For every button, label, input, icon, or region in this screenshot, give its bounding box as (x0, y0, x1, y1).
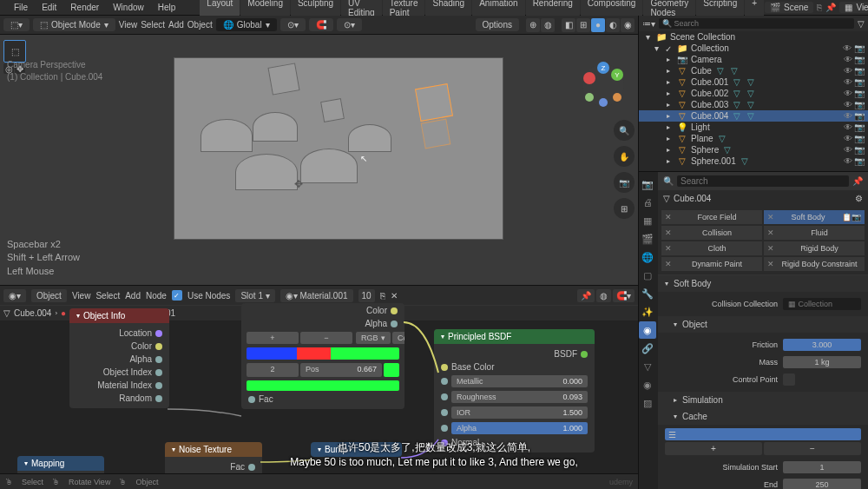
physics-fluid[interactable]: ✕Fluid (764, 226, 865, 240)
material-users[interactable]: 10 (358, 289, 375, 302)
outliner-item-cube-004[interactable]: ▸▽Cube.004▽▽👁📷 (639, 110, 868, 122)
vp-menu-view[interactable]: View (119, 20, 138, 30)
pivot-selector[interactable]: ⊙▾ (280, 18, 306, 31)
outliner-item-sphere[interactable]: ▸▽Sphere▽👁📷 (639, 144, 868, 155)
wireframe-icon[interactable]: ⊞ (576, 18, 590, 32)
menu-file[interactable]: File (7, 1, 35, 14)
zoom-icon[interactable]: 🔍 (614, 120, 635, 141)
menu-render[interactable]: Render (63, 1, 106, 14)
outliner-item-cube-003[interactable]: ▸▽Cube.003▽▽👁📷 (639, 99, 868, 110)
tab-physics[interactable]: ◉ (639, 321, 656, 339)
ctrlpt-check[interactable] (783, 373, 795, 386)
editor-type-icon[interactable]: ⬚▾ (3, 18, 30, 31)
panel-softbody[interactable]: ▾Soft Body (658, 275, 868, 292)
vp-options[interactable]: Options (476, 18, 519, 31)
panel-cache[interactable]: ▾Cache (658, 408, 868, 425)
material-new-icon[interactable]: ⎘ (380, 291, 385, 301)
props-options-icon[interactable]: ⚙ (855, 194, 863, 203)
nodes-overlay-icon[interactable]: ◍ (596, 289, 611, 302)
viewport-3d[interactable]: ⬚▾ ⬚Object Mode▾ View Select Add Object … (0, 16, 638, 285)
use-nodes-check[interactable]: ✓ (172, 290, 182, 301)
props-pin-icon[interactable]: 📌 (852, 176, 863, 186)
snap-toggle[interactable]: 🧲 (309, 18, 333, 31)
tab-modifier[interactable]: 🔧 (639, 285, 656, 302)
viewlayer-selector[interactable]: ▦ViewLayer (839, 2, 868, 13)
node-principled-bsdf[interactable]: ▾Principled BSDF BSDF Base Color Metalli… (434, 329, 595, 453)
material-unlink-icon[interactable]: ✕ (391, 291, 398, 301)
nodes-type[interactable]: Object (31, 289, 67, 302)
out-scene-collection[interactable]: ▾📁Scene Collection (639, 31, 868, 43)
physics-collision[interactable]: ✕Collision (661, 226, 762, 240)
material-selector[interactable]: ◉▾ Material.001 (280, 289, 353, 302)
nodes-add[interactable]: Add (125, 291, 141, 301)
node-color-ramp[interactable]: Color Alpha +−RGB▾Constant▾ 2Pos0.667 Fa… (241, 303, 404, 409)
simstart-field[interactable]: 1 (783, 461, 861, 473)
tab-output[interactable]: 🖨 (639, 194, 656, 211)
pin-icon[interactable]: 📌 (577, 289, 595, 302)
tab-constraint[interactable]: 🔗 (639, 340, 656, 357)
vp-menu-object[interactable]: Object (187, 20, 213, 30)
panel-simulation[interactable]: ▸Simulation (658, 392, 868, 408)
physics-cloth[interactable]: ✕Cloth (661, 241, 762, 255)
nodes-snap-icon[interactable]: 🧲▾ (613, 289, 635, 302)
cache-add-icon[interactable]: + (665, 442, 762, 455)
camera-icon[interactable]: 📷 (614, 172, 635, 193)
tab-scene[interactable]: 🎬 (639, 230, 656, 248)
menu-window[interactable]: Window (106, 1, 151, 14)
mass-field[interactable]: 1 kg (783, 356, 861, 368)
vp-menu-select[interactable]: Select (141, 20, 165, 30)
outliner-item-light[interactable]: ▸💡Light👁📷 (639, 122, 868, 133)
rendered-icon[interactable]: ◉ (621, 18, 635, 32)
matprev-icon[interactable]: ◐ (606, 18, 620, 32)
outliner-search[interactable]: 🔍 Search (659, 18, 854, 29)
outliner-item-cube-001[interactable]: ▸▽Cube.001▽▽👁📷 (639, 76, 868, 88)
orientation-selector[interactable]: 🌐Global▾ (216, 18, 277, 31)
path-object[interactable]: Cube.004 (14, 308, 51, 318)
xray-icon[interactable]: ◧ (562, 18, 575, 32)
slot-selector[interactable]: Slot 1 ▾ (235, 289, 274, 302)
proportional-toggle[interactable]: ⊙▾ (337, 18, 362, 31)
nodes-node[interactable]: Node (146, 291, 167, 301)
tab-object[interactable]: ▢ (639, 267, 656, 284)
pan-icon[interactable]: ✋ (614, 146, 635, 167)
scene-selector[interactable]: 🎬Scene (765, 2, 813, 13)
friction-field[interactable]: 3.000 (783, 339, 861, 351)
outliner-filter-icon[interactable]: ▽ (858, 19, 865, 29)
tab-texture[interactable]: ▨ (639, 394, 656, 412)
menu-help[interactable]: Help (151, 1, 183, 14)
scene-new-icon[interactable]: ⎘ (817, 3, 822, 12)
outliner-item-cube-002[interactable]: ▸▽Cube.002▽▽👁📷 (639, 88, 868, 99)
physics-soft-body[interactable]: ✕Soft Body📋📷 (764, 210, 865, 224)
nodes-view[interactable]: View (72, 291, 91, 301)
outliner-item-plane[interactable]: ▸▽Plane▽👁📷 (639, 133, 868, 144)
outliner[interactable]: ≔▾ 🔍 Search ▽ ▾📁Scene Collection ▾✓📁Coll… (639, 16, 868, 172)
panel-object[interactable]: ▾Object (658, 316, 868, 333)
tab-viewlayer[interactable]: ▦ (639, 212, 656, 229)
overlay-toggle-icon[interactable]: ◍ (541, 18, 555, 32)
scene-pin-icon[interactable]: 📌 (825, 3, 836, 12)
color-ramp-gradient[interactable] (247, 347, 399, 360)
outliner-item-cube[interactable]: ▸▽Cube▽▽👁📷 (639, 65, 868, 76)
outliner-type-icon[interactable]: ≔▾ (642, 19, 655, 29)
vp-menu-add[interactable]: Add (168, 20, 184, 30)
cache-remove-icon[interactable]: − (764, 442, 861, 455)
node-bump[interactable]: ▾Bump (311, 442, 402, 457)
tab-render[interactable]: 📷 (639, 175, 656, 193)
tab-material[interactable]: ◉ (639, 376, 656, 393)
tab-data[interactable]: ▽ (639, 358, 656, 375)
out-collection[interactable]: ▾✓📁Collection👁 📷 (639, 43, 868, 54)
physics-rigid-body[interactable]: ✕Rigid Body (764, 241, 865, 255)
outliner-item-camera[interactable]: ▸📷Camera👁📷 (639, 54, 868, 65)
simend-field[interactable]: 250 (783, 479, 861, 489)
node-editor[interactable]: ◉▾ Object View Select Add Node ✓Use Node… (0, 285, 638, 489)
physics-rigid-body-constraint[interactable]: ✕Rigid Body Constraint (764, 257, 865, 271)
tab-world[interactable]: 🌐 (639, 248, 656, 266)
persp-icon[interactable]: ⊞ (614, 198, 635, 219)
shader-editor-icon[interactable]: ◉▾ (3, 289, 26, 302)
node-object-info[interactable]: ▾Object Info Location Color Alpha Object… (69, 308, 169, 408)
outliner-item-sphere-001[interactable]: ▸▽Sphere.001▽👁📷 (639, 155, 868, 167)
solid-icon[interactable]: ● (591, 18, 605, 32)
menu-edit[interactable]: Edit (35, 1, 63, 14)
gizmo-toggle-icon[interactable]: ⊕ (526, 18, 540, 32)
props-search[interactable]: Search (677, 175, 849, 187)
